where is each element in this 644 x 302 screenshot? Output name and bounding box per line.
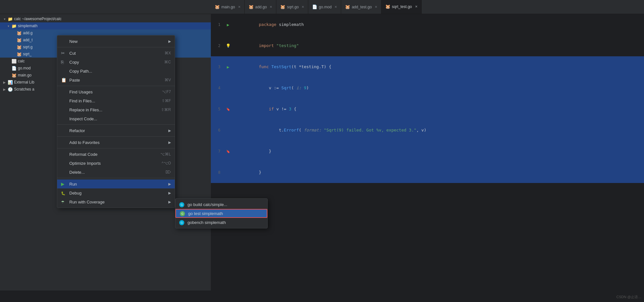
code-line-5: 5 🔖 if v != 3 { [211, 99, 644, 120]
line-gutter: 🔖 [224, 99, 233, 120]
line-number: 8 [211, 162, 224, 183]
cut-icon: ✂ [61, 51, 67, 56]
menu-item-add-favorites[interactable]: Add to Favorites ▶ [57, 138, 175, 147]
menu-item-find-in-files[interactable]: Find in Files... ⇧⌘F [57, 96, 175, 105]
line-gutter [224, 120, 233, 141]
line-gutter[interactable]: ▶ [224, 56, 233, 77]
copy-icon: ⎘ [61, 60, 67, 65]
menu-item-cut[interactable]: ✂ Cut ⌘X [57, 49, 175, 58]
line-number: 3 [211, 56, 224, 77]
line-gutter: 🔖 [224, 141, 233, 162]
line-number: 6 [211, 120, 224, 141]
submenu-item-test[interactable]: G go test simplemath [175, 209, 267, 218]
menu-item-copy[interactable]: ⎘ Copy ⌘C [57, 58, 175, 67]
code-content: 1 ▶ package simplemath 2 💡 import "testi… [211, 14, 644, 290]
line-gutter: 💡 [224, 35, 233, 56]
tab-close[interactable]: ✕ [270, 5, 272, 9]
line-content[interactable]: } [233, 141, 644, 162]
submenu-arrow-icon: ▶ [168, 39, 171, 44]
menu-item-paste[interactable]: 📋 Paste ⌘V [57, 76, 175, 84]
code-line-7: 7 🔖 } [211, 141, 644, 162]
menu-item-debug[interactable]: 🐛 Debug ▶ [57, 188, 175, 197]
clock-icon: 🕐 [8, 87, 13, 92]
tab-close[interactable]: ✕ [302, 5, 304, 9]
tab-go-mod[interactable]: 📄 go.mod ✕ [308, 0, 341, 14]
submenu-item-bench[interactable]: G gobench simplemath [175, 218, 267, 227]
line-gutter [224, 162, 233, 183]
menu-item-new[interactable]: New ▶ [57, 37, 175, 46]
editor-area: 1 ▶ package simplemath 2 💡 import "testi… [211, 14, 644, 290]
tab-icon: 🐹 [385, 4, 390, 9]
code-line-2: 2 💡 import "testing" [211, 35, 644, 56]
warning-icon: 💡 [226, 44, 231, 48]
tab-add-test[interactable]: 🐹 add_test.go ✕ [341, 0, 381, 14]
line-number: 2 [211, 35, 224, 56]
tab-close[interactable]: ✕ [415, 5, 418, 8]
go-file-icon: 🐹 [17, 45, 22, 50]
menu-separator [57, 136, 175, 137]
submenu-arrow-icon: ▶ [168, 200, 171, 204]
tree-root[interactable]: ▾ 📁 calc ~/awesomeProject/calc [0, 15, 211, 22]
folder-icon: 📁 [8, 17, 13, 21]
menu-item-inspect-code[interactable]: Inspect Code... [57, 114, 175, 123]
code-line-1: 1 ▶ package simplemath [211, 14, 644, 35]
menu-item-refactor[interactable]: Refactor ▶ [57, 126, 175, 135]
menu-separator [57, 148, 175, 148]
exec-icon: ⬜ [12, 59, 17, 64]
bookmark-icon: 🔖 [226, 107, 230, 111]
menu-separator [57, 86, 175, 86]
line-number: 7 [211, 141, 224, 162]
go-file-icon: 🐹 [17, 31, 22, 36]
run-arrow-icon: ▶ [227, 65, 229, 69]
code-line-6: 6 t.Errorf( format: "Sqrt(9) failed. Got… [211, 120, 644, 141]
menu-item-run[interactable]: ▶ Run ▶ [57, 179, 175, 188]
go-icon: G [179, 219, 186, 225]
tab-close[interactable]: ✕ [334, 5, 337, 9]
line-content[interactable]: if v != 3 { [233, 99, 644, 120]
bookmark-icon: 🔖 [226, 150, 230, 153]
submenu-item-build[interactable]: G go build calc/simple... [175, 200, 267, 209]
folder-icon: 📁 [12, 24, 17, 28]
tab-close[interactable]: ✕ [375, 5, 377, 9]
line-content[interactable]: v := Sqrt( i: 9) [233, 77, 644, 99]
tab-add-go[interactable]: 🐹 add.go ✕ [245, 0, 277, 14]
submenu: G go build calc/simple... G go test simp… [175, 198, 268, 228]
menu-item-delete[interactable]: Delete... ⌦ [57, 168, 175, 177]
tab-icon: 🐹 [345, 4, 350, 9]
line-gutter[interactable]: ▶ [224, 14, 233, 35]
go-file-icon: 🐹 [17, 52, 22, 57]
line-content[interactable]: t.Errorf( format: "Sqrt(9) failed. Got %… [233, 120, 644, 141]
menu-item-optimize-imports[interactable]: Optimize Imports ^⌥O [57, 159, 175, 168]
tabs-bar: 🐹 main.go ✕ 🐹 add.go ✕ 🐹 sqrt.go ✕ 📄 go.… [0, 0, 644, 14]
tab-icon: 🐹 [215, 4, 220, 9]
line-content[interactable]: func TestSqrt(t *testing.T) { [233, 56, 644, 77]
menu-item-reformat[interactable]: Reformat Code ⌥⌘L [57, 150, 175, 159]
tab-sqrt-test[interactable]: 🐹 sqrt_test.go ✕ [381, 0, 422, 14]
code-line-3: 3 ▶ func TestSqrt(t *testing.T) { [211, 56, 644, 77]
menu-item-run-coverage[interactable]: ☂ Run with Coverage ▶ [57, 197, 175, 206]
line-gutter [224, 77, 233, 99]
tab-close[interactable]: ✕ [238, 5, 241, 9]
run-arrow-icon: ▶ [227, 22, 229, 27]
submenu-arrow-icon: ▶ [168, 182, 171, 186]
go-icon: G [179, 202, 186, 207]
line-number: 1 [211, 14, 224, 35]
context-menu: New ▶ ✂ Cut ⌘X ⎘ Copy ⌘C Copy Path... 📋 … [57, 35, 175, 208]
go-icon-green: G [180, 211, 186, 216]
menu-item-find-usages[interactable]: Find Usages ⌥F7 [57, 87, 175, 96]
submenu-arrow-icon: ▶ [168, 140, 171, 145]
menu-item-replace-in-files[interactable]: Replace in Files... ⇧⌘R [57, 105, 175, 114]
line-number: 5 [211, 99, 224, 120]
line-content[interactable]: import "testing" [233, 35, 644, 56]
menu-item-copy-path[interactable]: Copy Path... [57, 67, 175, 76]
line-content[interactable]: } [233, 162, 644, 183]
paste-icon: 📋 [61, 77, 67, 83]
code-line-8: 8 } [211, 162, 644, 183]
tab-main-go[interactable]: 🐹 main.go ✕ [211, 0, 245, 14]
menu-separator [57, 47, 175, 47]
line-content[interactable]: package simplemath [233, 14, 644, 35]
arrow-icon: ▶ [3, 88, 6, 91]
tab-sqrt-go[interactable]: 🐹 sqrt.go ✕ [276, 0, 308, 14]
tree-item-simplemath[interactable]: ▾ 📁 simplemath [0, 22, 211, 29]
tab-icon: 📄 [312, 4, 317, 9]
